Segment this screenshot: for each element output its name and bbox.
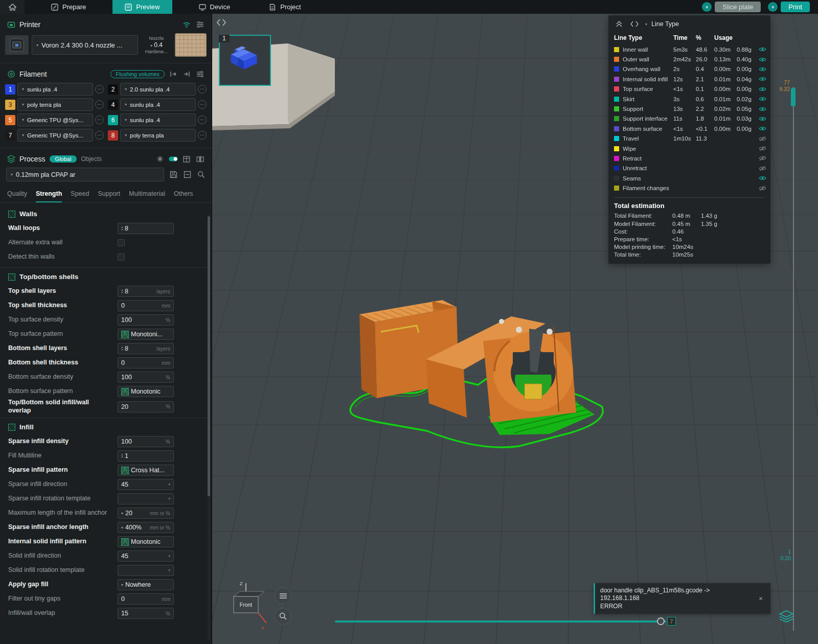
visibility-eye-icon[interactable] <box>759 136 766 142</box>
filament-menu-button[interactable]: ⋯ <box>198 131 207 140</box>
tab-project[interactable]: Project <box>257 0 313 14</box>
sparse-infill-rotation-template-input[interactable]: ▾ <box>118 493 174 504</box>
tab-prepare[interactable]: Prepare <box>39 0 98 14</box>
visibility-eye-icon[interactable] <box>759 66 766 72</box>
top-shell-layers-input[interactable]: ▴▾8layers <box>118 286 174 297</box>
process-objects-tab[interactable]: Objects <box>81 155 102 163</box>
toast-close-button[interactable]: × <box>755 593 766 604</box>
flushing-volumes-button[interactable]: Flushing volumes <box>110 70 165 78</box>
process-tab-multimaterial[interactable]: Multimaterial <box>129 190 165 202</box>
apply-gap-fill-input[interactable]: ▾Nowhere <box>118 579 174 590</box>
settings-table-icon[interactable] <box>182 154 191 164</box>
visibility-eye-icon[interactable] <box>759 175 766 181</box>
collapse-panel-icon[interactable] <box>615 19 624 29</box>
process-tab-strength[interactable]: Strength <box>36 190 62 202</box>
top-bottom-solid-infill-wall-overlap-input[interactable]: 20% <box>118 401 174 412</box>
printer-image[interactable] <box>5 35 29 55</box>
process-tab-speed[interactable]: Speed <box>71 190 89 202</box>
bed-type-image[interactable] <box>175 33 207 57</box>
alternate-extra-wall-checkbox[interactable] <box>118 239 125 246</box>
view-menu-button[interactable] <box>275 587 291 604</box>
print-options-dropdown[interactable]: ▾ <box>768 2 778 12</box>
add-filament-icon[interactable] <box>169 70 178 79</box>
bottom-surface-pattern-input[interactable]: Monotonic <box>118 386 174 397</box>
filament-menu-button[interactable]: ⋯ <box>95 100 104 109</box>
sidebar-scrollbar-thumb[interactable] <box>208 216 210 496</box>
process-tab-others[interactable]: Others <box>174 190 193 202</box>
bottom-shell-layers-input[interactable]: ▴▾8layers <box>118 343 174 354</box>
visibility-eye-icon[interactable] <box>759 86 766 92</box>
nozzle-select[interactable]: Nozzle ▾ 0.4 Hardene... <box>141 35 172 54</box>
filament-color-chip[interactable]: 8 <box>108 130 118 141</box>
mode-toggle[interactable] <box>169 154 178 164</box>
detect-thin-walls-checkbox[interactable] <box>118 254 125 261</box>
visibility-eye-icon[interactable] <box>759 126 766 131</box>
home-button[interactable] <box>0 0 25 14</box>
process-global-tab[interactable]: Global <box>50 155 77 163</box>
filament-menu-button[interactable]: ⋯ <box>198 85 207 94</box>
filament-settings-icon[interactable] <box>195 70 204 79</box>
print-button[interactable]: Print <box>781 2 810 12</box>
top-surface-density-input[interactable]: 100% <box>118 314 174 326</box>
filament-color-chip[interactable]: 5 <box>5 115 15 125</box>
bottom-surface-density-input[interactable]: 100% <box>118 372 174 383</box>
sparse-infill-density-input[interactable]: 100% <box>118 436 174 447</box>
sparse-infill-anchor-length-input[interactable]: ▾400%mm or % <box>118 522 174 533</box>
compare-presets-icon[interactable] <box>195 154 204 164</box>
bottom-shell-thickness-input[interactable]: 0mm <box>118 357 174 369</box>
visibility-eye-icon[interactable] <box>759 186 766 191</box>
remove-filament-icon[interactable] <box>182 70 191 79</box>
search-settings-icon[interactable] <box>196 170 206 179</box>
reset-preset-icon[interactable] <box>183 170 192 179</box>
filament-menu-button[interactable]: ⋯ <box>95 85 104 94</box>
filament-menu-button[interactable]: ⋯ <box>95 131 104 140</box>
layer-slider-handle[interactable] <box>791 88 796 106</box>
zoom-search-button[interactable] <box>275 608 291 625</box>
visibility-eye-icon[interactable] <box>759 106 766 112</box>
filament-color-chip[interactable]: 4 <box>108 100 118 110</box>
top-shell-thickness-input[interactable]: 0mm <box>118 300 174 311</box>
solid-infill-direction-input[interactable]: 45▾ <box>118 550 174 562</box>
filament-select[interactable]: ▾sunlu pla .4 <box>17 83 93 96</box>
tab-preview[interactable]: Preview <box>112 0 172 14</box>
filament-color-chip[interactable]: 7 <box>5 130 15 141</box>
filter-out-tiny-gaps-input[interactable]: 0mm <box>118 593 174 605</box>
maximum-length-of-the-infill-anchor-input[interactable]: ▾20mm or % <box>118 508 174 519</box>
gcode-view-icon[interactable] <box>630 19 639 29</box>
view-type-select[interactable]: ▾ Line Type <box>645 20 764 28</box>
process-tab-quality[interactable]: Quality <box>7 190 27 202</box>
solid-infill-rotation-template-input[interactable]: ▾ <box>118 565 174 576</box>
sparse-infill-direction-input[interactable]: 45▾ <box>118 479 174 490</box>
infill-wall-overlap-input[interactable]: 15% <box>118 608 174 619</box>
visibility-eye-icon[interactable] <box>759 116 766 122</box>
visibility-eye-icon[interactable] <box>759 155 766 161</box>
visibility-eye-icon[interactable] <box>759 146 766 151</box>
filament-color-chip[interactable]: 2 <box>108 84 118 95</box>
save-preset-icon[interactable] <box>169 170 178 179</box>
wifi-icon[interactable] <box>182 20 191 29</box>
sparse-infill-pattern-input[interactable]: Cross Hat... <box>118 465 174 476</box>
filament-color-chip[interactable]: 3 <box>5 100 15 110</box>
visibility-eye-icon[interactable] <box>759 166 766 171</box>
filament-select[interactable]: ▾2.0 sunlu pla .4 <box>120 83 196 96</box>
spinner-arrows[interactable]: ▴▾ <box>121 453 123 458</box>
process-tab-support[interactable]: Support <box>98 190 120 202</box>
filament-select[interactable]: ▾Generic TPU @Sys... <box>17 129 93 142</box>
orientation-gizmo[interactable]: Z Front X <box>225 579 268 632</box>
spinner-arrows[interactable]: ▴▾ <box>121 346 123 351</box>
filament-color-chip[interactable]: 1 <box>5 84 15 95</box>
top-surface-pattern-input[interactable]: Monotoni... <box>118 329 174 340</box>
filament-select[interactable]: ▾poly terra pla <box>17 98 93 111</box>
advanced-mode-icon[interactable] <box>155 154 165 164</box>
filament-select[interactable]: ▾poly terra pla <box>120 129 196 142</box>
filament-select[interactable]: ▾sunlu pla .4 <box>120 113 196 126</box>
filament-select[interactable]: ▾sunlu pla .4 <box>120 98 196 111</box>
viewport-3d[interactable]: 1 <box>212 14 818 644</box>
visibility-eye-icon[interactable] <box>759 57 766 62</box>
printer-select[interactable]: ▾ Voron 2.4 300 0.4 nozzle ... <box>32 35 138 55</box>
filament-select[interactable]: ▾Generic TPU @Sys... <box>17 113 93 126</box>
slice-plate-button[interactable]: Slice plate <box>715 2 761 12</box>
filament-color-chip[interactable]: 6 <box>108 115 118 125</box>
visibility-eye-icon[interactable] <box>759 47 766 52</box>
layers-view-icon[interactable] <box>779 610 794 624</box>
